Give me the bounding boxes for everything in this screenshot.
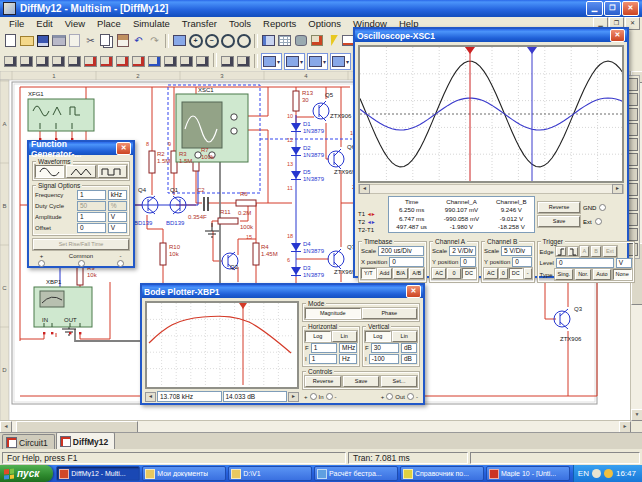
redo-icon[interactable]: ↷ xyxy=(147,33,162,49)
paste-icon[interactable] xyxy=(115,33,130,49)
common-terminal[interactable]: Common xyxy=(69,253,93,267)
oscilloscope-scrollbar[interactable]: ◄ ► xyxy=(358,184,624,194)
amplitude-unit[interactable]: V xyxy=(108,212,127,222)
save-button[interactable]: Save xyxy=(538,216,580,227)
restore-icon[interactable]: ❐ xyxy=(604,1,621,16)
taskbar-task[interactable]: Мои документы xyxy=(142,466,226,481)
place-transistor-icon[interactable] xyxy=(51,53,66,69)
bode-plotter-titlebar[interactable]: Bode Plotter-XBP1 ✕ xyxy=(142,285,423,298)
oscilloscope-titlebar[interactable]: Oscilloscope-XSC1 ✕ xyxy=(355,29,627,42)
menu-transfer[interactable]: Transfer xyxy=(176,18,223,29)
channel-a-scale-input[interactable]: 2 V/Div xyxy=(449,246,476,256)
minus-terminal[interactable]: - xyxy=(117,253,124,267)
channel-a-ac-button[interactable]: AC xyxy=(432,268,446,279)
diode-family-dropdown[interactable]: ▾ xyxy=(307,53,328,70)
horizontal-log-button[interactable]: Log xyxy=(305,331,331,342)
cursor-left-icon[interactable]: ◄ xyxy=(145,392,156,402)
open-icon[interactable] xyxy=(19,33,34,49)
channel-a-0-button[interactable]: 0 xyxy=(447,268,461,279)
rising-edge-icon[interactable] xyxy=(556,247,566,256)
vertical-initial-input[interactable]: -100 xyxy=(369,354,399,364)
plus-terminal-dot[interactable] xyxy=(38,260,45,267)
x-position-input[interactable]: 0 xyxy=(389,257,424,267)
falling-edge-icon[interactable] xyxy=(568,247,578,256)
close-icon[interactable]: ✕ xyxy=(610,29,625,42)
function-generator-titlebar[interactable]: Function Generator-... ✕ xyxy=(29,142,133,155)
vertical-final-input[interactable]: 30 xyxy=(371,343,399,353)
place-basic-icon[interactable] xyxy=(19,53,34,69)
menu-simulate[interactable]: Simulate xyxy=(127,18,176,29)
tray-app-icon[interactable] xyxy=(604,469,613,478)
horizontal-scroll-thumb[interactable] xyxy=(16,421,138,432)
duty-cycle-input[interactable]: 50 xyxy=(77,201,106,211)
taskbar-task[interactable]: Расчёт бестра... xyxy=(314,466,398,481)
sine-wave-button[interactable] xyxy=(35,165,64,178)
ab-mode-button[interactable]: A/B xyxy=(409,268,424,279)
taskbar-task[interactable]: DiffMy12 - Multi... xyxy=(56,466,140,481)
volume-icon[interactable] xyxy=(592,469,601,478)
vertical-lin-button[interactable]: Lin xyxy=(392,331,418,342)
basic-family-dropdown[interactable]: ▾ xyxy=(284,53,305,70)
place-diode-icon[interactable] xyxy=(35,53,50,69)
offset-unit[interactable]: V xyxy=(108,223,127,233)
reverse-button[interactable]: Reverse xyxy=(538,202,580,213)
minus-terminal-dot[interactable] xyxy=(117,260,124,267)
place-source-icon[interactable] xyxy=(3,53,18,69)
language-indicator[interactable]: EN xyxy=(578,469,589,478)
oscilloscope-window[interactable]: Oscilloscope-XSC1 ✕ ◄ ► T1 ◄► T2 ◄► T2-T… xyxy=(353,27,629,278)
vertical-initial-unit[interactable]: dB xyxy=(401,354,417,364)
in-plus-terminal[interactable] xyxy=(310,393,317,400)
out-minus-terminal[interactable] xyxy=(407,393,414,400)
scroll-right-icon[interactable]: ► xyxy=(619,421,631,432)
print-preview-icon[interactable] xyxy=(67,33,82,49)
channel-b-dc-button[interactable]: DC xyxy=(509,268,523,279)
menu-options[interactable]: Options xyxy=(302,18,347,29)
design-toolbox-icon[interactable] xyxy=(172,33,187,49)
bode-save-button[interactable]: Save xyxy=(343,376,379,387)
t1-cursor-arrows-icon[interactable]: ◄► xyxy=(367,211,375,217)
amplitude-input[interactable]: 1 xyxy=(77,212,106,222)
print-icon[interactable] xyxy=(51,33,66,49)
yt-mode-button[interactable]: Y/T xyxy=(361,268,376,279)
place-ttl-icon[interactable] xyxy=(83,53,98,69)
taskbar-task[interactable]: D:\V1 xyxy=(228,466,312,481)
place-power-icon[interactable] xyxy=(163,53,178,69)
gnd-radio[interactable] xyxy=(599,204,606,211)
sheet-tab-circuit1[interactable]: Circuit1 xyxy=(2,434,55,450)
bode-reverse-button[interactable]: Reverse xyxy=(305,376,341,387)
channel-b-scale-input[interactable]: 5 V/Div xyxy=(501,246,531,256)
trigger-level-input[interactable]: 0 xyxy=(556,258,614,268)
horizontal-initial-unit[interactable]: Hz xyxy=(339,354,357,364)
offset-input[interactable]: 0 xyxy=(77,223,106,233)
trigger-level-unit[interactable]: V xyxy=(616,258,632,268)
trigger-none-button[interactable]: None xyxy=(613,269,632,280)
timebase-scale-input[interactable]: 200 us/Div xyxy=(378,246,424,256)
channel-b-invert-button[interactable]: - xyxy=(524,268,532,279)
cut-icon[interactable]: ✂ xyxy=(83,33,98,49)
horizontal-final-input[interactable]: 1 xyxy=(311,343,337,353)
trigger-nor-button[interactable]: Nor. xyxy=(575,269,591,280)
menu-edit[interactable]: Edit xyxy=(30,18,58,29)
square-wave-button[interactable] xyxy=(98,165,127,178)
canvas-horizontal-scrollbar[interactable]: ◄ ► xyxy=(0,420,631,432)
magnitude-button[interactable]: Magnitude xyxy=(305,308,361,319)
zoom-full-icon[interactable] xyxy=(236,33,251,49)
add-mode-button[interactable]: Add xyxy=(377,268,393,279)
place-indicator-icon[interactable] xyxy=(147,53,162,69)
horizontal-final-unit[interactable]: MHz xyxy=(339,343,357,353)
trigger-ext-button[interactable]: Ext xyxy=(603,246,617,257)
place-cmos-icon[interactable] xyxy=(99,53,114,69)
t2-cursor-arrows-icon[interactable]: ◄► xyxy=(367,219,375,225)
database-manager-icon[interactable] xyxy=(293,33,308,49)
phase-button[interactable]: Phase xyxy=(362,308,418,319)
frequency-input[interactable]: 1 xyxy=(77,190,106,200)
close-icon[interactable]: ✕ xyxy=(622,1,639,16)
menu-file[interactable]: File xyxy=(3,18,30,29)
place-analog-icon[interactable] xyxy=(67,53,82,69)
vertical-final-unit[interactable]: dB xyxy=(401,343,417,353)
channel-b-ac-button[interactable]: AC xyxy=(484,268,498,279)
bode-plotter-window[interactable]: Bode Plotter-XBP1 ✕ ◄ 13.708 kHz 14.033 … xyxy=(140,283,425,405)
minimize-icon[interactable]: ▁ xyxy=(586,1,603,16)
sheet-tab-diffmy12[interactable]: DiffMy12 xyxy=(56,432,115,450)
plus-terminal[interactable]: + xyxy=(38,253,45,267)
